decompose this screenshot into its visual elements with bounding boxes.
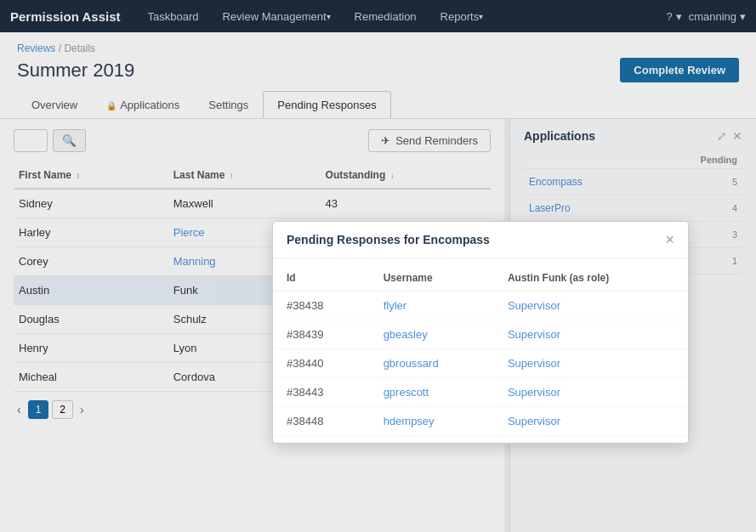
modal-cell-username: hdempsey [370, 407, 494, 436]
modal-close-button[interactable]: × [665, 232, 674, 247]
modal-overlay: Pending Responses for Encompass × IdUser… [0, 0, 756, 532]
modal-cell-id: #38440 [273, 349, 370, 378]
modal-cell-role: Supervisor [494, 407, 688, 436]
modal-row[interactable]: #38439gbeasleySupervisor [273, 320, 688, 349]
modal-cell-id: #38448 [273, 407, 370, 436]
pending-modal: Pending Responses for Encompass × IdUser… [272, 221, 689, 444]
modal-cell-id: #38443 [273, 378, 370, 407]
modal-cell-role: Supervisor [494, 378, 688, 407]
modal-cell-role: Supervisor [494, 320, 688, 349]
modal-cell-id: #38438 [273, 291, 370, 320]
modal-row[interactable]: #38440gbroussardSupervisor [273, 349, 688, 378]
modal-table: IdUsernameAustin Funk (as role) #38438fl… [273, 265, 688, 436]
modal-row[interactable]: #38443gprescottSupervisor [273, 378, 688, 407]
modal-col-header: Username [370, 265, 494, 291]
modal-title: Pending Responses for Encompass [287, 233, 490, 246]
modal-cell-role: Supervisor [494, 291, 688, 320]
modal-cell-username: gbroussard [370, 349, 494, 378]
modal-col-header: Austin Funk (as role) [494, 265, 688, 291]
modal-header: Pending Responses for Encompass × [273, 222, 688, 258]
modal-row[interactable]: #38448hdempseySupervisor [273, 407, 688, 436]
modal-row[interactable]: #38438flylerSupervisor [273, 291, 688, 320]
modal-col-header: Id [273, 265, 370, 291]
modal-cell-username: gbeasley [370, 320, 494, 349]
modal-cell-role: Supervisor [494, 349, 688, 378]
modal-cell-username: flyler [370, 291, 494, 320]
modal-cell-id: #38439 [273, 320, 370, 349]
modal-body: IdUsernameAustin Funk (as role) #38438fl… [273, 258, 688, 443]
modal-cell-username: gprescott [370, 378, 494, 407]
